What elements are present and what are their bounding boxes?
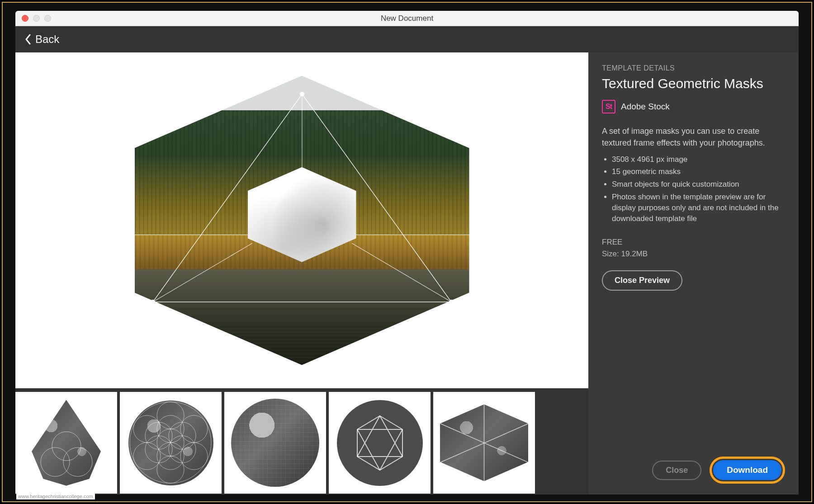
window-maximize-button[interactable] xyxy=(44,15,51,22)
window-controls xyxy=(15,15,51,22)
svg-point-4 xyxy=(41,447,70,476)
thumbnail[interactable] xyxy=(15,392,117,494)
thumbnail[interactable] xyxy=(433,392,535,494)
template-details-panel: TEMPLATE DETAILS Textured Geometric Mask… xyxy=(588,52,799,495)
template-title: Textured Geometric Masks xyxy=(602,76,785,92)
size-label: Size: 19.2MB xyxy=(602,248,785,260)
source-name: Adobe Stock xyxy=(621,102,670,112)
dialog-content: TEMPLATE DETAILS Textured Geometric Mask… xyxy=(15,52,799,495)
outer-highlight-frame: New Document Back xyxy=(2,2,812,502)
feature-item: 3508 x 4961 px image xyxy=(612,154,785,165)
hexagon-mask-preview xyxy=(135,76,469,365)
download-button[interactable]: Download xyxy=(713,460,781,480)
preview-main-image[interactable] xyxy=(15,52,588,388)
thumbnail[interactable] xyxy=(120,392,222,494)
details-section-label: TEMPLATE DETAILS xyxy=(602,64,785,72)
back-label: Back xyxy=(35,33,59,46)
dialog-footer-actions: Close Download xyxy=(652,457,785,484)
thumbnail-strip xyxy=(15,388,588,495)
hex-lines-overlay xyxy=(440,405,528,481)
dialog-toolbar: Back xyxy=(15,26,799,52)
adobe-stock-badge-icon: St xyxy=(602,100,615,113)
thumbnail[interactable] xyxy=(224,392,326,494)
close-preview-button[interactable]: Close Preview xyxy=(602,270,682,291)
trefoil-overlay xyxy=(35,430,98,480)
preview-pane xyxy=(15,52,588,495)
price-label: FREE xyxy=(602,236,785,248)
thumbnail[interactable] xyxy=(329,392,431,494)
feature-item: Smart objects for quick customization xyxy=(612,179,785,190)
template-features-list: 3508 x 4961 px image 15 geometric masks … xyxy=(602,154,785,226)
svg-point-5 xyxy=(63,447,92,476)
window-title: New Document xyxy=(15,14,799,23)
window-titlebar: New Document xyxy=(15,11,799,26)
sphere-shape-icon xyxy=(231,399,319,487)
window-minimize-button[interactable] xyxy=(33,15,40,22)
watermark-text: www.heritagechristiancollege.com xyxy=(16,493,95,499)
template-source[interactable]: St Adobe Stock xyxy=(602,100,785,113)
chevron-left-icon xyxy=(24,34,32,45)
template-description: A set of image masks you can use to crea… xyxy=(602,125,785,149)
template-meta: FREE Size: 19.2MB xyxy=(602,236,785,259)
window-close-button[interactable] xyxy=(22,15,28,22)
feature-item: 15 geometric masks xyxy=(612,166,785,177)
new-document-window: New Document Back xyxy=(15,11,799,495)
aperture-shape-icon xyxy=(337,400,423,486)
svg-point-3 xyxy=(52,432,81,461)
flower-of-life-overlay xyxy=(120,392,222,494)
download-highlight-ring: Download xyxy=(710,457,785,484)
svg-marker-20 xyxy=(357,416,402,470)
back-button[interactable]: Back xyxy=(24,33,59,46)
feature-item: Photos shown in the template preview are… xyxy=(612,192,785,224)
close-button[interactable]: Close xyxy=(652,461,701,480)
